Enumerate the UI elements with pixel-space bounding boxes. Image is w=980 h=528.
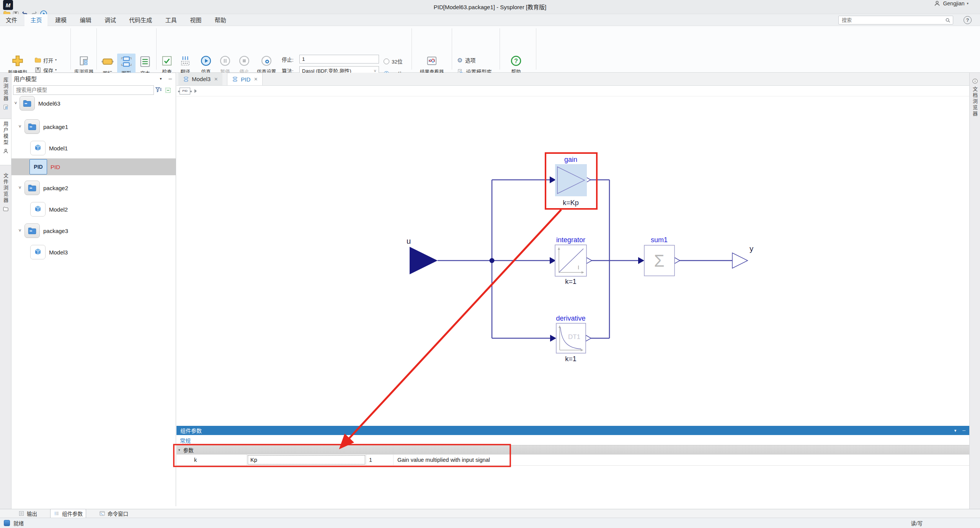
integrator-block[interactable]: I integrator k=1 [555,236,586,285]
gain-block[interactable]: gain k=Kp [555,156,587,207]
tab-pid[interactable]: PID ✕ [227,73,263,85]
sum-symbol: Σ [654,251,664,270]
pause-button[interactable]: 暂停 [217,55,234,75]
input-label: u [407,237,411,245]
check-icon [161,55,173,67]
search-icon[interactable] [945,17,951,23]
result-viewer-button[interactable]: 结果查看器 [416,55,448,75]
sim-settings-button[interactable]: 仿真设置 [254,55,279,75]
folder-icon [24,223,40,238]
param-panel-header: 组件参数 ▾ ─ [176,426,969,435]
param-panel-minimize-icon[interactable]: ─ [962,428,965,433]
collapse-all-icon[interactable] [165,87,172,94]
diagram-tab-icon [232,76,238,82]
diagram-tab-icon [183,76,189,82]
stop-button[interactable]: 停止 [236,55,253,75]
param-section-header[interactable]: ▾ 参数 [176,445,969,455]
stop-time-input[interactable] [299,55,379,64]
sum-name: sum1 [651,236,668,244]
bottom-tab-component-params[interactable]: 组件参数 [50,509,86,518]
menu-codegen[interactable]: 代码生成 [123,14,158,26]
chevron-down-icon[interactable]: ˅ [17,185,23,191]
filter-icon[interactable] [155,86,162,94]
icon-view-icon [101,55,114,68]
breadcrumb-pid-icon[interactable]: PID [180,88,190,95]
dock-tab-library-browser[interactable]: 库浏览器 [0,75,11,113]
bottom-tab-output[interactable]: 输出 [15,509,40,518]
param-default: 1 [366,455,394,465]
tree-item-model3[interactable]: Model3 [11,243,176,262]
library-browser-button[interactable]: 库浏览器 [71,55,96,75]
tree-item-package3[interactable]: ˅ package3 [11,221,176,240]
tree-item-model2[interactable]: Model2 [11,200,176,219]
chevron-down-icon[interactable]: ˅ [13,101,18,106]
menu-view[interactable]: 视图 [184,14,207,26]
simulate-button[interactable]: 仿真 [198,55,214,75]
tab-model3[interactable]: Model3 ✕ [178,73,222,85]
bottom-dock-bar: 输出 组件参数 命令窗口 [0,509,980,518]
param-tab-row: 常规 [176,435,969,445]
input-port-u[interactable] [410,247,438,274]
dock-tab-doc-browser[interactable]: 文档浏览器 [970,76,980,125]
options-button[interactable]: ⚙ 选项 [457,55,492,65]
menu-debug[interactable]: 调试 [99,14,122,26]
breadcrumb: PID [176,86,969,96]
bits32-option[interactable]: 32位 [384,57,403,65]
integrator-name: integrator [556,236,585,244]
bottom-tab-command-window[interactable]: 命令窗口 [96,509,131,518]
translate-button[interactable]: 翻译 [177,55,194,75]
close-tab-icon[interactable]: ✕ [254,77,258,82]
menu-file[interactable]: 文件 [0,14,23,26]
library-browser-icon [78,55,90,67]
panel-dropdown-icon[interactable]: ▾ [160,77,162,81]
status-readwrite: 读/写 [911,519,923,527]
chevron-down-icon[interactable]: ˅ [17,228,23,233]
close-tab-icon[interactable]: ✕ [214,77,218,82]
pause-icon [219,55,231,67]
search-input[interactable] [839,17,945,23]
breadcrumb-arrow-icon [193,89,198,93]
sum-block[interactable]: Σ sum1 [644,236,675,276]
integrator-param: k=1 [565,278,577,285]
param-value-input[interactable] [248,455,365,464]
tree-item-package1[interactable]: ˅ package1 [11,117,176,136]
derivative-block[interactable]: DT1 derivative k=1 [556,315,586,363]
output-label: y [750,244,753,253]
gain-name: gain [564,156,577,163]
output-tab-icon [18,510,24,517]
diagram-canvas[interactable]: u gain k=Kp [176,96,969,426]
user-menu[interactable]: Gengjian ▾ [934,0,969,7]
menu-home[interactable]: 主页 [24,14,47,26]
menu-tools[interactable]: 工具 [160,14,183,26]
dock-tab-file-browser[interactable]: 文件浏览器 [0,171,11,220]
user-name: Gengjian [943,0,964,7]
stop-icon [238,55,250,67]
window-title: PID[Model63.package1] - Sysplorer [教育版] [0,0,980,14]
param-panel-dropdown-icon[interactable]: ▾ [954,428,957,433]
panel-minimize-icon[interactable]: ─ [168,76,172,81]
help-circle-icon[interactable]: ? [964,16,972,24]
status-ready: 就绪 [13,519,24,527]
tree-item-pid[interactable]: PID PID [11,158,176,175]
left-dock-strip: 库浏览器 用户模型 文件浏览器 [0,73,11,518]
menu-help[interactable]: 帮助 [209,14,232,26]
menu-edit[interactable]: 编辑 [74,14,97,26]
simulate-icon [200,55,212,67]
global-search [838,16,953,24]
component-params-tab-icon [54,510,60,517]
bits32-radio-icon [384,59,389,64]
tree-item-package2[interactable]: ˅ package2 [11,178,176,197]
tree-item-model1[interactable]: Model1 [11,139,176,158]
chevron-down-icon[interactable]: ˅ [17,124,23,129]
model-search-input[interactable] [13,87,154,93]
result-viewer-icon [426,55,438,67]
tree-item-model63[interactable]: ˅ Model63 [11,94,176,113]
open-button[interactable]: 打开 ▾ [34,55,57,65]
model-cube-icon [30,245,46,259]
folder-icon [24,119,40,134]
dock-tab-user-models[interactable]: 用户模型 [0,119,11,165]
output-port-y[interactable] [732,253,748,268]
check-button[interactable]: 检查 [158,55,175,75]
component-parameter-panel: 组件参数 ▾ ─ 常规 ▾ 参数 k 1 Gain value multipli… [176,426,969,506]
menu-modeling[interactable]: 建模 [49,14,72,26]
